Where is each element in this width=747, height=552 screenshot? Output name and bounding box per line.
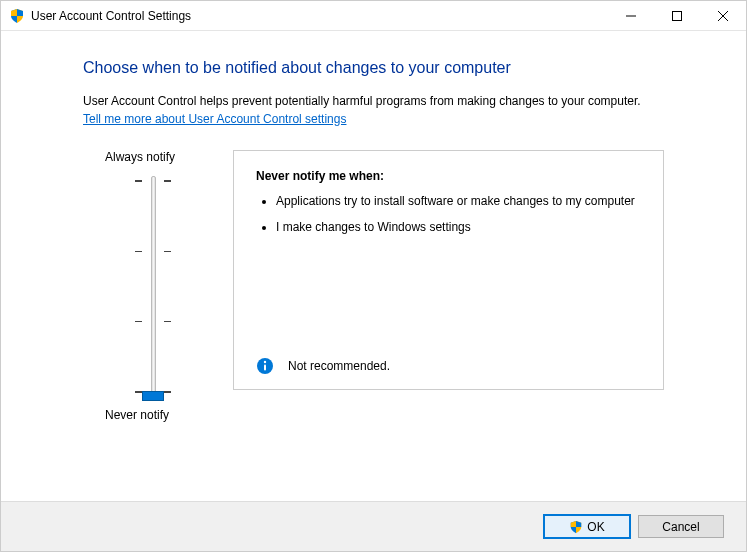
- titlebar: User Account Control Settings: [1, 1, 746, 31]
- slider-top-label: Always notify: [83, 150, 175, 164]
- page-description: User Account Control helps prevent poten…: [83, 93, 664, 110]
- notification-level-panel: Never notify me when: Applications try t…: [233, 150, 664, 390]
- slider-tick: [164, 321, 171, 323]
- slider-tick: [164, 180, 171, 182]
- page-heading: Choose when to be notified about changes…: [83, 59, 664, 77]
- panel-bullet-list: Applications try to install software or …: [262, 193, 641, 245]
- panel-bullet: Applications try to install software or …: [276, 193, 641, 209]
- maximize-button[interactable]: [654, 1, 700, 30]
- uac-shield-icon: [9, 8, 25, 24]
- uac-slider[interactable]: [123, 176, 183, 396]
- cancel-button-label: Cancel: [662, 520, 699, 534]
- slider-tick: [164, 391, 171, 393]
- slider-tick: [164, 251, 171, 253]
- slider-track: [151, 176, 156, 396]
- window-controls: [608, 1, 746, 30]
- ok-button[interactable]: OK: [544, 515, 630, 538]
- learn-more-link[interactable]: Tell me more about User Account Control …: [83, 112, 346, 126]
- close-icon: [718, 11, 728, 21]
- panel-bullet: I make changes to Windows settings: [276, 219, 641, 235]
- window-title: User Account Control Settings: [31, 9, 191, 23]
- svg-rect-5: [264, 364, 266, 370]
- slider-panel-row: Always notify Never notify Never notify …: [83, 150, 664, 422]
- uac-shield-icon: [569, 520, 583, 534]
- minimize-button[interactable]: [608, 1, 654, 30]
- minimize-icon: [626, 11, 636, 21]
- slider-column: Always notify Never notify: [83, 150, 223, 422]
- slider-bottom-label: Never notify: [83, 408, 169, 422]
- slider-tick: [135, 180, 142, 182]
- slider-thumb[interactable]: [142, 391, 164, 401]
- maximize-icon: [672, 11, 682, 21]
- close-button[interactable]: [700, 1, 746, 30]
- dialog-button-bar: OK Cancel: [1, 501, 746, 551]
- slider-tick: [135, 321, 142, 323]
- cancel-button[interactable]: Cancel: [638, 515, 724, 538]
- panel-title: Never notify me when:: [256, 169, 641, 183]
- svg-rect-1: [673, 11, 682, 20]
- panel-footer-text: Not recommended.: [288, 359, 390, 373]
- content-area: Choose when to be notified about changes…: [1, 31, 746, 422]
- svg-point-6: [264, 361, 266, 363]
- slider-tick: [135, 251, 142, 253]
- panel-footer: Not recommended.: [256, 357, 641, 375]
- ok-button-label: OK: [587, 520, 604, 534]
- slider-tick: [135, 391, 142, 393]
- info-icon: [256, 357, 274, 375]
